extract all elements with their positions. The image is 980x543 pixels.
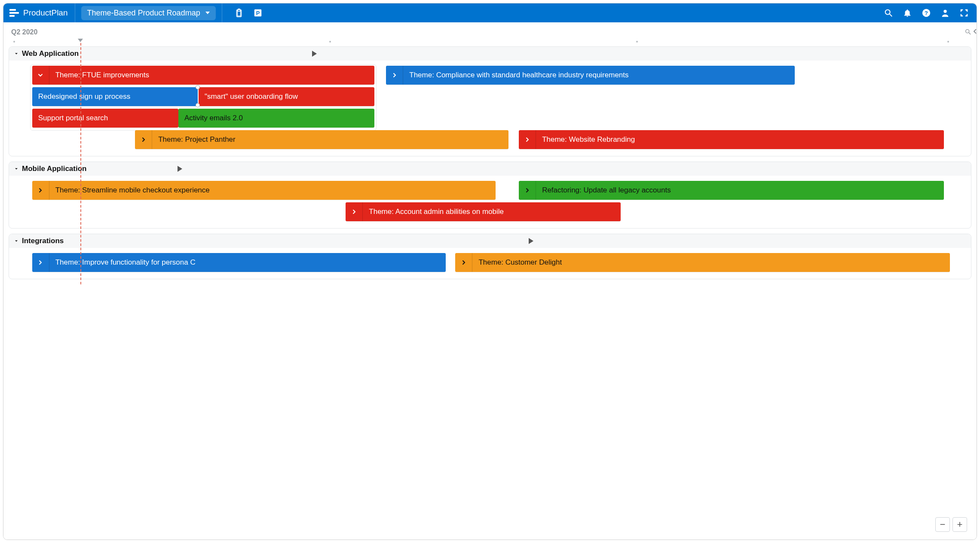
clipboard-icon[interactable]: [234, 8, 244, 18]
period-label: Q2 2020: [11, 28, 37, 36]
roadmap-bar[interactable]: Activity emails 2.0: [178, 109, 375, 128]
bar-label: Activity emails 2.0: [178, 114, 243, 122]
roadmap-bar[interactable]: Theme: Account admin abilities on mobile: [346, 202, 621, 221]
connector-dot[interactable]: [196, 85, 199, 89]
chevron-right-icon: [455, 253, 472, 272]
lane-row: Theme: Account admin abilities on mobile: [9, 202, 971, 221]
timeline-tick: [13, 41, 15, 43]
chevron-down-icon: [32, 66, 49, 85]
chevron-right-icon: [32, 181, 49, 200]
topbar-right-icons: ?: [884, 8, 972, 18]
bar-label: Theme: Customer Delight: [472, 258, 562, 267]
bar-label: Theme: Compliance with standard healthca…: [403, 71, 628, 79]
today-marker-icon: [78, 39, 83, 43]
lane-header[interactable]: Web Application: [9, 47, 971, 61]
chevron-down-icon: [13, 51, 19, 57]
divider: [222, 3, 222, 22]
lane-play-icon[interactable]: [529, 238, 533, 244]
svg-point-2: [885, 10, 890, 15]
bar-label: Theme: Account admin abilities on mobile: [363, 207, 504, 216]
bar-label: Theme: Project Panther: [152, 135, 236, 144]
roadmap-bar[interactable]: Redesigned sign up process: [32, 87, 198, 106]
lane-header[interactable]: Integrations: [9, 234, 971, 248]
search-icon[interactable]: [884, 8, 893, 18]
lane-title: Mobile Application: [22, 165, 86, 173]
bell-icon[interactable]: [903, 8, 912, 18]
timeline-canvas[interactable]: Q2 2020 Web ApplicationTheme: FTUE impro…: [3, 22, 977, 540]
zoom-controls: − +: [935, 517, 967, 532]
brand-name: ProductPlan: [23, 8, 68, 18]
roadmap-bar[interactable]: Theme: Streamline mobile checkout experi…: [32, 181, 496, 200]
lane-row: Redesigned sign up process"smart" user o…: [9, 87, 971, 106]
chevron-right-icon: [519, 181, 536, 200]
topbar: ProductPlan Theme-Based Product Roadmap …: [3, 3, 977, 22]
roadmap-bar[interactable]: Theme: Website Rebranding: [519, 130, 944, 149]
svg-text:?: ?: [925, 10, 928, 16]
lane-title: Web Application: [22, 49, 79, 58]
app-frame: ProductPlan Theme-Based Product Roadmap …: [3, 3, 977, 540]
collapse-panel-icon[interactable]: [973, 28, 977, 36]
bar-label: Theme: Streamline mobile checkout experi…: [49, 186, 210, 195]
lanes-container: Web ApplicationTheme: FTUE improvementsT…: [9, 46, 971, 284]
lane: Mobile ApplicationTheme: Streamline mobi…: [9, 162, 971, 229]
caret-down-icon: [205, 12, 210, 14]
chevron-right-icon: [135, 130, 152, 149]
chevron-right-icon: [386, 66, 403, 85]
divider: [75, 3, 75, 22]
svg-line-8: [969, 33, 971, 34]
bar-label: Support portal search: [32, 114, 108, 122]
roadmap-bar[interactable]: Theme: Project Panther: [135, 130, 508, 149]
roadmap-selector[interactable]: Theme-Based Product Roadmap: [81, 6, 216, 20]
fullscreen-icon[interactable]: [959, 8, 969, 18]
chevron-right-icon: [32, 253, 49, 272]
roadmap-bar[interactable]: Support portal search: [32, 109, 178, 128]
parking-lot-icon[interactable]: P: [253, 8, 263, 18]
lane: Web ApplicationTheme: FTUE improvementsT…: [9, 46, 971, 156]
svg-line-3: [890, 14, 892, 17]
connector-dot[interactable]: [196, 104, 199, 107]
productplan-logo-icon: [9, 9, 19, 17]
svg-point-6: [943, 10, 946, 13]
zoom-out-button[interactable]: −: [935, 517, 950, 532]
lane-row: Theme: Project PantherTheme: Website Reb…: [9, 130, 971, 149]
timeline-tick: [636, 41, 638, 43]
lane-row: Theme: Improve functionality for persona…: [9, 253, 971, 272]
lane-body: Theme: FTUE improvementsTheme: Complianc…: [9, 61, 971, 156]
bar-label: "smart" user onboarding flow: [199, 92, 298, 101]
lane-row: Theme: Streamline mobile checkout experi…: [9, 181, 971, 200]
bar-label: Refactoring: Update all legacy accounts: [536, 186, 671, 195]
lane-body: Theme: Improve functionality for persona…: [9, 248, 971, 279]
timeline-search-icon[interactable]: [965, 28, 971, 37]
bar-label: Theme: Website Rebranding: [536, 135, 635, 144]
roadmap-bar[interactable]: Refactoring: Update all legacy accounts: [519, 181, 944, 200]
chevron-right-icon: [346, 202, 363, 221]
bar-label: Redesigned sign up process: [32, 92, 131, 101]
timeline-tick: [329, 41, 331, 43]
roadmap-name: Theme-Based Product Roadmap: [87, 9, 200, 18]
lane-body: Theme: Streamline mobile checkout experi…: [9, 176, 971, 228]
lane-title: Integrations: [22, 237, 64, 245]
roadmap-bar[interactable]: Theme: FTUE improvements: [32, 66, 375, 85]
user-icon[interactable]: [940, 8, 950, 18]
svg-text:P: P: [256, 10, 260, 16]
tick-row: [3, 40, 977, 44]
lane-play-icon[interactable]: [178, 166, 182, 172]
help-icon[interactable]: ?: [922, 8, 931, 18]
lane: IntegrationsTheme: Improve functionality…: [9, 234, 971, 279]
brand[interactable]: ProductPlan: [3, 3, 75, 22]
lane-row: Support portal searchActivity emails 2.0: [9, 109, 971, 128]
lane-play-icon[interactable]: [312, 51, 317, 57]
roadmap-bar[interactable]: Theme: Customer Delight: [455, 253, 949, 272]
chevron-down-icon: [13, 238, 19, 244]
roadmap-bar[interactable]: "smart" user onboarding flow: [199, 87, 375, 106]
chevron-down-icon: [13, 166, 19, 172]
timeline-tick: [947, 41, 949, 43]
lane-header[interactable]: Mobile Application: [9, 162, 971, 176]
roadmap-bar[interactable]: Theme: Compliance with standard healthca…: [386, 66, 795, 85]
topbar-left-icons: P: [234, 8, 263, 18]
roadmap-bar[interactable]: Theme: Improve functionality for persona…: [32, 253, 446, 272]
chevron-right-icon: [519, 130, 536, 149]
svg-point-7: [966, 30, 969, 33]
zoom-in-button[interactable]: +: [952, 517, 967, 532]
bar-label: Theme: FTUE improvements: [49, 71, 149, 79]
